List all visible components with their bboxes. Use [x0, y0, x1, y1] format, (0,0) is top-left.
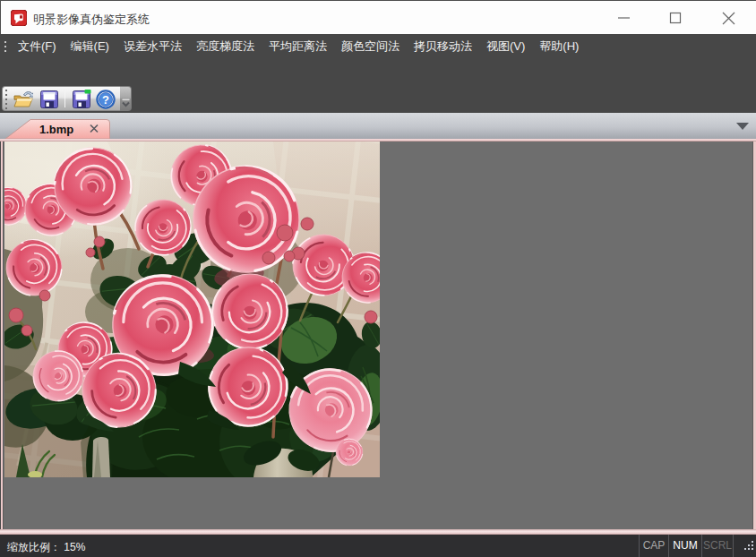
svg-text:?: ? [102, 93, 109, 107]
svg-text:1.bmp: 1.bmp [39, 123, 73, 136]
